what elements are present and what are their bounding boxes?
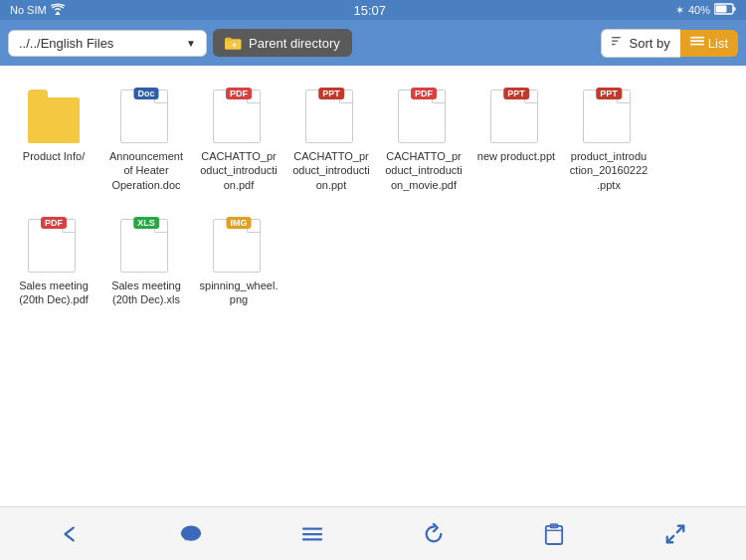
file-badge-f2: Doc <box>133 88 158 99</box>
file-item-f7[interactable]: PPTproduct_introduction_20160222.pptx <box>565 76 653 200</box>
list-view-button[interactable]: List <box>680 30 738 57</box>
status-left: No SIM <box>10 3 65 17</box>
tab-bar <box>0 506 746 560</box>
file-item-f10[interactable]: IMGspinning_wheel.png <box>195 205 282 315</box>
file-name-f2: Announcement of Heater Operation.doc <box>106 149 186 192</box>
file-icon-f8: PDF <box>28 213 80 273</box>
svg-rect-1 <box>715 6 726 13</box>
file-badge-f4: PPT <box>318 88 344 99</box>
file-badge-f10: IMG <box>227 217 252 229</box>
battery-icon <box>714 3 736 17</box>
file-item-f1[interactable]: Product Info/ <box>10 76 97 200</box>
path-dropdown[interactable]: ../../English Files ▼ <box>8 30 207 57</box>
file-name-f8: Sales meeting (20th Dec).pdf <box>14 279 93 307</box>
file-item-f8[interactable]: PDFSales meeting (20th Dec).pdf <box>10 205 97 315</box>
bluetooth-icon: ✶ <box>675 4 684 17</box>
folder-small-icon <box>225 35 243 51</box>
file-name-f1: Product Info/ <box>23 149 85 163</box>
status-right: ✶ 40% <box>675 3 736 17</box>
sort-by-button[interactable]: Sort by <box>601 29 680 58</box>
menu-button[interactable] <box>287 514 337 554</box>
file-badge-f3: PDF <box>226 88 252 99</box>
file-badge-f9: XLS <box>133 217 159 229</box>
file-name-f9: Sales meeting (20th Dec).xls <box>106 279 186 307</box>
back-button[interactable] <box>46 514 95 554</box>
file-name-f10: spinning_wheel.png <box>199 279 279 307</box>
file-item-f3[interactable]: PDFCACHATTO_product_introduction.pdf <box>195 76 282 200</box>
file-item-f6[interactable]: PPTnew product.ppt <box>472 76 560 200</box>
clipboard-button[interactable] <box>529 514 579 554</box>
path-label: ../../English Files <box>19 36 113 51</box>
svg-point-12 <box>181 525 201 540</box>
file-name-f6: new product.ppt <box>477 149 555 163</box>
file-icon-f7: PPT <box>583 84 635 143</box>
file-item-f4[interactable]: PPTCACHATTO_product_introduction.ppt <box>287 76 375 200</box>
file-name-f3: CACHATTO_product_introduction.pdf <box>199 149 279 192</box>
list-label: List <box>708 36 728 51</box>
file-grid: Product Info/DocAnnouncement of Heater O… <box>0 66 746 506</box>
file-icon-f3: PDF <box>213 84 265 143</box>
parent-directory-button[interactable]: Parent directory <box>213 29 352 57</box>
file-icon-f6: PPT <box>490 84 542 143</box>
svg-rect-16 <box>546 525 562 543</box>
sort-by-label: Sort by <box>630 36 670 51</box>
file-icon-f4: PPT <box>305 84 357 143</box>
svg-rect-5 <box>225 38 232 42</box>
file-badge-f8: PDF <box>41 217 67 229</box>
file-icon-f10: IMG <box>213 213 265 273</box>
battery-level: 40% <box>688 4 710 16</box>
file-name-f7: product_introduction_20160222.pptx <box>569 149 649 192</box>
time-display: 15:07 <box>354 3 387 18</box>
file-badge-f5: PDF <box>411 88 437 99</box>
list-icon <box>690 36 704 51</box>
file-name-f4: CACHATTO_product_introduction.ppt <box>291 149 371 192</box>
expand-button[interactable] <box>651 514 700 554</box>
file-icon-f5: PDF <box>398 84 450 143</box>
file-item-f5[interactable]: PDFCACHATTO_product_introduction_movie.p… <box>380 76 467 200</box>
wifi-icon <box>51 3 65 17</box>
file-badge-f7: PPT <box>596 88 622 99</box>
toolbar: ../../English Files ▼ Parent directory S… <box>0 20 746 66</box>
chat-button[interactable] <box>166 514 216 554</box>
file-icon-f2: Doc <box>120 84 172 143</box>
file-name-f5: CACHATTO_product_introduction_movie.pdf <box>384 149 464 192</box>
file-item-f9[interactable]: XLSSales meeting (20th Dec).xls <box>102 205 190 315</box>
dropdown-arrow-icon: ▼ <box>186 38 196 49</box>
sort-icon <box>612 36 626 51</box>
sort-list-group: Sort by List <box>601 29 738 58</box>
file-item-f2[interactable]: DocAnnouncement of Heater Operation.doc <box>102 76 190 200</box>
file-icon-f9: XLS <box>120 213 172 273</box>
refresh-button[interactable] <box>409 514 459 554</box>
status-bar: No SIM 15:07 ✶ 40% <box>0 0 746 20</box>
parent-directory-label: Parent directory <box>249 36 340 51</box>
file-icon-f1 <box>28 84 80 143</box>
svg-rect-2 <box>733 7 735 11</box>
sim-status: No SIM <box>10 4 47 16</box>
file-badge-f6: PPT <box>503 88 529 99</box>
